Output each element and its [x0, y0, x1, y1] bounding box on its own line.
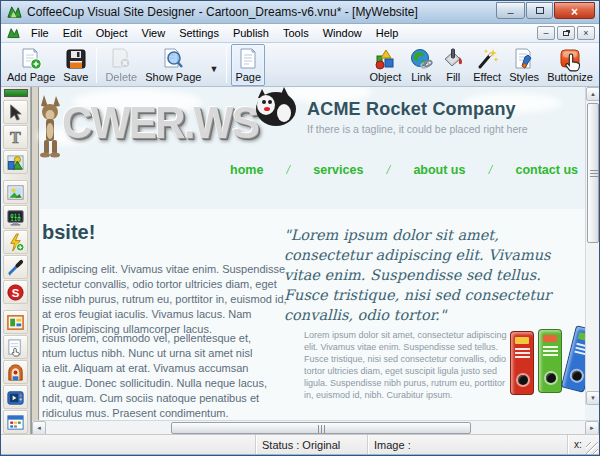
intro-paragraph-clipped[interactable]: r adipiscing elit. Vivamus vitae enim. S…	[42, 262, 287, 337]
cursor-arrow-icon	[6, 103, 25, 122]
music-tool-button[interactable]	[3, 360, 28, 384]
page-hand-icon	[6, 338, 25, 357]
form-tool-button[interactable]	[3, 310, 28, 334]
svg-text:S: S	[12, 286, 20, 298]
page-label: Page	[235, 71, 261, 84]
body-paragraph-clipped[interactable]: risus lorem, commodo vel, pellentesque e…	[42, 331, 267, 421]
menu-tools[interactable]: Tools	[276, 25, 316, 41]
link-globe-icon	[409, 47, 433, 71]
scroll-up-button[interactable]: ▲	[586, 87, 599, 101]
company-heading[interactable]: ACME Rocket Company	[307, 99, 577, 120]
menu-window[interactable]: Window	[316, 25, 369, 41]
horizontal-scrollbar[interactable]: ◄ ►	[32, 420, 599, 434]
menu-bar: File Edit Object View Settings Publish T…	[1, 24, 599, 43]
add-page-label: Add Page	[7, 71, 55, 84]
show-page-label: Show Page	[145, 71, 201, 84]
text-tool-button[interactable]: T	[3, 125, 28, 149]
menu-settings[interactable]: Settings	[172, 25, 226, 41]
eyedropper-tool-button[interactable]	[3, 255, 28, 279]
nav-about-link[interactable]: about us	[413, 163, 465, 177]
status-panel-image: Image :	[367, 435, 567, 454]
scroll-left-button[interactable]: ◄	[32, 421, 46, 434]
maximize-button[interactable]	[526, 2, 553, 19]
aside-paragraph[interactable]: Lorem ipsum dolor sit amet, consectetur …	[304, 329, 509, 401]
resize-grip[interactable]	[586, 442, 598, 454]
nav-home-link[interactable]: home	[230, 163, 263, 177]
vertical-scroll-thumb[interactable]	[587, 103, 599, 243]
scroll-right-button[interactable]: ►	[585, 421, 599, 434]
site-navigation: home / services / about us / contact us	[230, 163, 578, 177]
calendar-tool-button[interactable]	[3, 410, 28, 434]
object-shapes-icon	[373, 47, 397, 71]
styles-label: Styles	[509, 71, 539, 84]
fill-button[interactable]: Fill	[437, 44, 469, 86]
video-tool-button[interactable]	[3, 385, 28, 409]
menu-view[interactable]: View	[135, 25, 173, 41]
page-button[interactable]: Page	[231, 44, 265, 86]
flash-tool-button[interactable]	[3, 230, 28, 254]
nav-separator: /	[387, 163, 390, 177]
object-button[interactable]: Object	[365, 44, 405, 86]
menu-object[interactable]: Object	[89, 25, 135, 41]
object-label: Object	[369, 71, 401, 84]
status-panel-empty	[1, 435, 255, 454]
save-button[interactable]: Save	[59, 44, 92, 86]
scroll-down-button[interactable]: ▼	[586, 391, 599, 405]
page-delete-icon	[109, 47, 133, 71]
pull-quote[interactable]: "Lorem ipsum dolor sit amet, consectetur…	[284, 225, 584, 325]
video-player-icon	[6, 388, 25, 407]
page-add-icon	[19, 47, 43, 71]
buttonize-icon	[558, 47, 582, 71]
buttonize-button[interactable]: Buttonize	[543, 44, 597, 86]
lightning-icon	[6, 233, 25, 252]
add-page-button[interactable]: Add Page	[3, 44, 59, 86]
company-tagline[interactable]: If there is a tagline, it could be place…	[307, 123, 577, 135]
image-tool-button[interactable]	[3, 180, 28, 204]
html-tool-button[interactable]: 011110	[3, 205, 28, 229]
save-label: Save	[63, 71, 88, 84]
effect-label: Effect	[473, 71, 501, 84]
effect-button[interactable]: Effect	[469, 44, 505, 86]
site-content: bsite! r adipiscing elit. Vivamus vitae …	[40, 209, 585, 420]
shockwave-tool-button[interactable]: S	[3, 280, 28, 304]
cartoon-cat-icon	[240, 87, 298, 129]
vertical-scrollbar[interactable]: ▲ ▼	[585, 87, 599, 405]
delete-button[interactable]: Delete	[101, 44, 141, 86]
nav-contact-link[interactable]: contact us	[515, 163, 578, 177]
minimize-button[interactable]: –	[496, 2, 525, 19]
nav-services-link[interactable]: services	[313, 163, 363, 177]
menu-help[interactable]: Help	[369, 25, 406, 41]
menu-file[interactable]: File	[24, 25, 56, 41]
title-bar[interactable]: CoffeeCup Visual Site Designer - Cartoon…	[1, 1, 599, 24]
horizontal-scroll-thumb[interactable]	[171, 422, 471, 434]
select-tool-button[interactable]	[3, 100, 28, 124]
window-title: CoffeeCup Visual Site Designer - Cartoon…	[27, 5, 495, 19]
shapes-tool-icon	[6, 153, 25, 172]
shapes-tool-button[interactable]	[3, 150, 28, 174]
show-page-dropdown[interactable]: ▼	[205, 52, 222, 86]
close-button[interactable]: ×	[554, 2, 595, 19]
styles-button[interactable]: Styles	[505, 44, 543, 86]
status-panel-status: Status : Original	[255, 435, 367, 454]
design-canvas[interactable]: CWER.WS ACME Rocket Company If there is …	[31, 87, 599, 434]
mdi-minimize-button[interactable]: –	[537, 26, 555, 40]
color-swatch[interactable]	[4, 89, 28, 97]
svg-text:T: T	[10, 129, 21, 146]
restore-icon	[563, 31, 569, 36]
show-page-button[interactable]: Show Page	[141, 44, 205, 86]
jukebox-icon	[6, 363, 25, 382]
eyedropper-icon	[6, 258, 25, 277]
link-button[interactable]: Link	[405, 44, 437, 86]
status-bar: Status : Original Image : x:	[1, 434, 599, 454]
menu-edit[interactable]: Edit	[56, 25, 89, 41]
mdi-restore-button[interactable]	[557, 26, 575, 40]
menu-publish[interactable]: Publish	[226, 25, 276, 41]
tool-palette: T 011110 S	[1, 87, 31, 434]
effect-wand-icon	[475, 47, 499, 71]
image-tool-icon	[6, 183, 25, 202]
mdi-close-button[interactable]: ×	[577, 26, 595, 40]
site-logo[interactable]: CWER.WS	[62, 91, 270, 157]
fill-bucket-icon	[441, 47, 465, 71]
link-page-tool-button[interactable]	[3, 335, 28, 359]
welcome-heading-clipped[interactable]: bsite!	[42, 221, 95, 244]
